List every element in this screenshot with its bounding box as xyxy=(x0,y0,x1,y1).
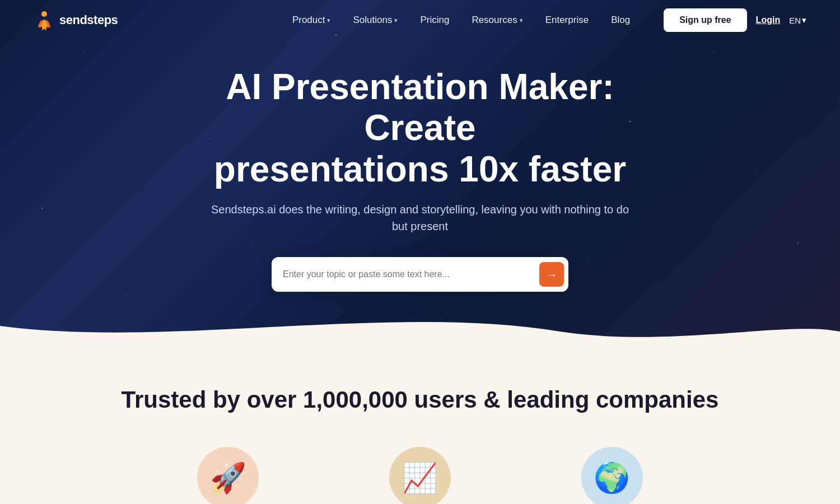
signup-button[interactable]: Sign up free xyxy=(664,8,746,32)
chevron-down-icon: ▾ xyxy=(394,17,398,24)
stat-icon-presentations: 📈 xyxy=(389,447,451,504)
language-selector[interactable]: EN ▾ xyxy=(789,15,806,25)
logo[interactable]: sendsteps xyxy=(34,8,129,32)
nav-item-solutions[interactable]: Solutions ▾ xyxy=(353,15,398,26)
hero-section: AI Presentation Maker: Create presentati… xyxy=(0,0,840,347)
stat-item-presentations: 📈 +230K AI presentations xyxy=(358,447,482,504)
arrow-right-icon: → xyxy=(546,268,557,281)
navbar: sendsteps Product ▾ Solutions ▾ Pricing … xyxy=(0,0,840,40)
hero-wave xyxy=(0,304,840,347)
nav-item-enterprise[interactable]: Enterprise xyxy=(545,15,589,26)
login-button[interactable]: Login xyxy=(756,15,781,25)
stat-icon-users: 🚀 xyxy=(197,447,259,504)
nav-actions: Sign up free Login EN ▾ xyxy=(664,8,806,32)
chevron-down-icon: ▾ xyxy=(327,17,330,24)
nav-item-resources[interactable]: Resources ▾ xyxy=(472,15,522,26)
logo-text: sendsteps xyxy=(59,13,118,27)
stat-item-users: 🚀 +150,000 new users per xyxy=(165,447,291,504)
stat-icon-countries: 🌍 xyxy=(581,447,643,504)
chevron-down-icon: ▾ xyxy=(802,15,806,25)
hero-title: AI Presentation Maker: Create presentati… xyxy=(168,67,672,190)
chevron-down-icon: ▾ xyxy=(520,17,523,24)
svg-point-0 xyxy=(41,11,47,17)
stats-row: 🚀 +150,000 new users per 📈 +230K AI pres… xyxy=(112,447,728,504)
hero-subtitle: Sendsteps.ai does the writing, design an… xyxy=(207,201,633,235)
hero-search-bar: → xyxy=(272,257,568,292)
stat-item-countries: 🌍 Active in more than 125 xyxy=(549,447,675,504)
search-submit-button[interactable]: → xyxy=(539,262,564,287)
nav-item-pricing[interactable]: Pricing xyxy=(420,15,449,26)
nav-item-product[interactable]: Product ▾ xyxy=(292,15,331,26)
topic-input[interactable] xyxy=(283,269,539,279)
lower-section: Trusted by over 1,000,000 users & leadin… xyxy=(0,347,840,504)
trusted-heading: Trusted by over 1,000,000 users & leadin… xyxy=(122,386,719,413)
nav-links: Product ▾ Solutions ▾ Pricing Resources … xyxy=(292,15,630,26)
nav-item-blog[interactable]: Blog xyxy=(611,15,630,26)
